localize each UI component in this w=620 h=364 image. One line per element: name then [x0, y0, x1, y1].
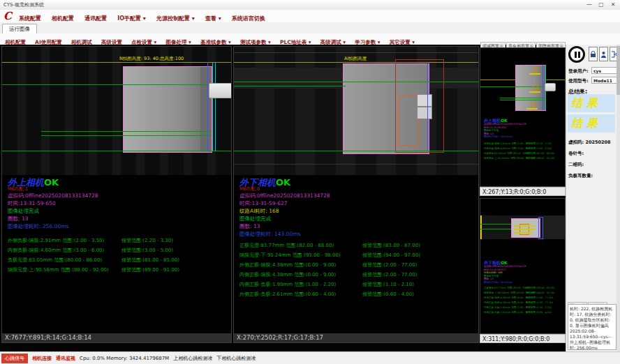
cpu-memory-readout: Cpu: 0.0% Memory: 3424.4179687M	[80, 356, 169, 361]
camera-panel-upper: N拍图高度: 93: 40:总高度:100 外上相机OK M6匹配:1 虚拟码:…	[1, 46, 232, 343]
image-strip	[480, 215, 565, 239]
upper-camera-heartbeat: 上相机心跳检测读	[173, 355, 212, 362]
tab-connector-part	[545, 83, 556, 91]
pause-button[interactable]	[568, 46, 585, 63]
measure-line	[234, 86, 346, 86]
measurement-rows: 正极宽度:83.77mm 范围:(82.00 - 88.00)报警范围:(83.…	[239, 241, 477, 299]
measure-row: 内侧负极-隔膜:4.60mm 范围:(3.00 - 6.00)报警范围:(3.0…	[8, 245, 230, 255]
main-area: N拍图高度: 93: 40:总高度:100 外上相机OK M6匹配:1 虚拟码:…	[0, 45, 566, 351]
thumbnail-lower-camera[interactable]: 外下相机OK 虚拟码:0ffline20250208133134728 时间:1…	[480, 198, 566, 334]
scrollbar-thumb[interactable]	[617, 46, 620, 95]
camera-title: 外上相机OK	[8, 178, 230, 187]
tiny-label-mark	[526, 108, 538, 109]
comm-monitor-status: 通讯监视	[56, 355, 75, 362]
camera-title: 外下相机OK	[239, 178, 477, 187]
process-done: 图像处理完成	[8, 207, 230, 215]
edge-rect-blue	[538, 217, 543, 239]
menu-item-comm-config[interactable]: 通讯配置	[81, 12, 110, 22]
virtual-code: 虚拟码:0ffline20250208133134728	[239, 192, 477, 199]
title-bar: CYS-视觉检测系统 — ▢ ✕	[0, 0, 620, 10]
tiny-label-mark	[529, 91, 540, 93]
menu-items: 系统配置 相机配置 通讯配置 IO手配置 ▾ 光源控制配置 ▾ 查看 ▾ 系统语…	[15, 10, 269, 23]
capture-time: 时间:13-31-59-650	[8, 199, 230, 207]
measure-row: 隔膜宽度-上:90.56mm 范围:(88.00 - 92.00)报警范围:(8…	[8, 265, 230, 275]
measure-line	[41, 135, 211, 136]
upper-result-overlay: 外上相机OK M6匹配:1 虚拟码:0ffline202502081331347…	[8, 178, 230, 275]
qr-code-label: 二维码:	[568, 162, 584, 168]
measure-row: 外侧负极-隔膜:2.91mm 范围:(2.00 - 3.50)报警范围:(2.2…	[8, 236, 230, 245]
menu-item-camera-config[interactable]: 相机配置	[48, 12, 78, 22]
pause-icon	[575, 52, 577, 58]
minimize-button[interactable]: —	[584, 1, 595, 8]
menu-item-view[interactable]: 查看 ▾	[202, 12, 225, 22]
menu-bar: C 系统配置 相机配置 通讯配置 IO手配置 ▾ 光源控制配置 ▾ 查看 ▾ 系…	[0, 10, 620, 23]
measure-row: 外侧正极-负极:2.61mm 范围:(0.60 - 4.00)报警范围:(0.6…	[239, 289, 477, 299]
close-button[interactable]: ✕	[607, 1, 619, 8]
lock-button[interactable]	[589, 47, 598, 61]
login-user-row: 登录用户: cys	[568, 68, 589, 75]
model-input[interactable]: Mode11	[591, 77, 619, 84]
tiny-label-mark	[514, 232, 532, 234]
maximize-button[interactable]: ▢	[596, 1, 607, 8]
menu-item-light-config[interactable]: 光源控制配置 ▾	[153, 12, 198, 22]
thumbnail-column: 缩减图显示所有画面显示面阵画面显示 外上相机OK 虚拟码:0	[480, 45, 566, 351]
roi-marker	[533, 68, 538, 73]
measure-line	[234, 82, 478, 82]
heartbeat-indicator: 心跳信号	[1, 354, 28, 363]
measure-line	[2, 151, 231, 151]
thumbnail-coordinates: X:311;Y:980;R:0;G:0;B:0	[480, 334, 566, 343]
sidebar-scrollbar[interactable]	[617, 45, 620, 351]
result-badge-1: 结果	[568, 94, 615, 112]
measure-row: 内侧正极-负极:1.90mm 范围:(1.00 - 2.20)报警范围:(1.1…	[239, 280, 477, 289]
lock-icon	[590, 51, 596, 58]
ok-status: OK	[276, 177, 290, 188]
roi-rect-inner	[399, 96, 418, 146]
measure-row: 内侧正极-隔膜:4.38mm 范围:(0.00 - 9.00)报警范围:(2.0…	[239, 270, 477, 280]
lower-camera-heartbeat: 下相机心跳检测读	[216, 355, 256, 362]
tiny-label-mark	[529, 73, 540, 75]
log-textbox[interactable]: 耗时: 222, 纹路检测耗时: 17, 纹路分类耗时: 0, 纹路提取分区耗时…	[568, 304, 617, 350]
bright-patch	[417, 107, 432, 119]
loop-count: 圈数: 13	[239, 222, 477, 230]
lower-result-overlay: 外下相机OK M6匹配:0 虚拟码:0ffline202502081331347…	[239, 178, 477, 299]
tab-run-image[interactable]: 运行图像	[2, 24, 37, 33]
pixel-coordinates-readout: X:7677;Y:891;R:14;G:14;B:14	[2, 333, 231, 342]
process-elapsed: 图像处理耗时: 256.00ms	[8, 222, 230, 230]
pause-icon	[578, 52, 580, 58]
height-annotation: AI拍图高度	[344, 56, 367, 62]
login-user-input[interactable]: cys	[591, 67, 619, 74]
measure-line	[500, 100, 545, 100]
edge-line-blue	[207, 62, 208, 151]
virtual-code-value: 20250208	[585, 139, 610, 145]
upper-camera-image[interactable]: N拍图高度: 93: 40:总高度:100	[2, 47, 231, 175]
tab-connector-part	[209, 83, 231, 98]
yellow-edge-mark	[480, 215, 482, 239]
lower-camera-image[interactable]: AI拍图高度	[234, 47, 478, 175]
user-button[interactable]	[599, 47, 608, 61]
camera-panel-lower: AI拍图高度 外下相机OK M6匹配:0 虚拟码:0ffline20250208…	[233, 46, 479, 343]
edge-line-cyan	[215, 62, 216, 151]
olive-reference-line	[2, 62, 231, 63]
thumbnail-upper-camera[interactable]: 外上相机OK 虚拟码:0ffline20250208133134728 时间:1…	[480, 47, 566, 187]
menu-item-system-config[interactable]: 系统配置	[15, 12, 45, 22]
measure-row: 隔膜宽度-下:95.24mm 范围:(93.00 - 98.00)报警范围:(9…	[239, 250, 477, 260]
virtual-code-row: 虚拟码: 20250208	[568, 139, 611, 146]
edge-line-blue	[427, 63, 428, 151]
roi-marker	[533, 86, 538, 91]
measure-row: 正极宽度:83.77mm 范围:(82.00 - 88.00)报警范围:(83.…	[239, 241, 477, 250]
electrode-region	[123, 66, 212, 153]
process-done: 图像处理完成	[239, 215, 477, 222]
frame-line	[234, 164, 478, 165]
measure-line	[500, 98, 545, 98]
match-status: M6匹配:0	[239, 187, 477, 192]
edge-line-blue	[542, 65, 543, 109]
capture-time: 时间:13-31-59-627	[239, 199, 477, 207]
right-sidebar: 登录用户: cys 使用型号: Mode11 总结果: 结果 结果 虚拟码: 2…	[566, 45, 620, 351]
menu-item-io-config[interactable]: IO手配置 ▾	[114, 12, 149, 22]
measure-line	[41, 131, 211, 132]
virtual-code: 虚拟码:0ffline20250208133134728	[8, 192, 230, 199]
measure-line	[234, 151, 478, 151]
pixel-coordinates-readout: X:270;Y:2502;R:17;G:17;B:17	[234, 333, 478, 342]
mini-overlay-lower: 外下相机OK 虚拟码:0ffline20250208133134728 时间:1…	[484, 260, 554, 315]
menu-item-language[interactable]: 系统语言切换	[228, 12, 269, 22]
